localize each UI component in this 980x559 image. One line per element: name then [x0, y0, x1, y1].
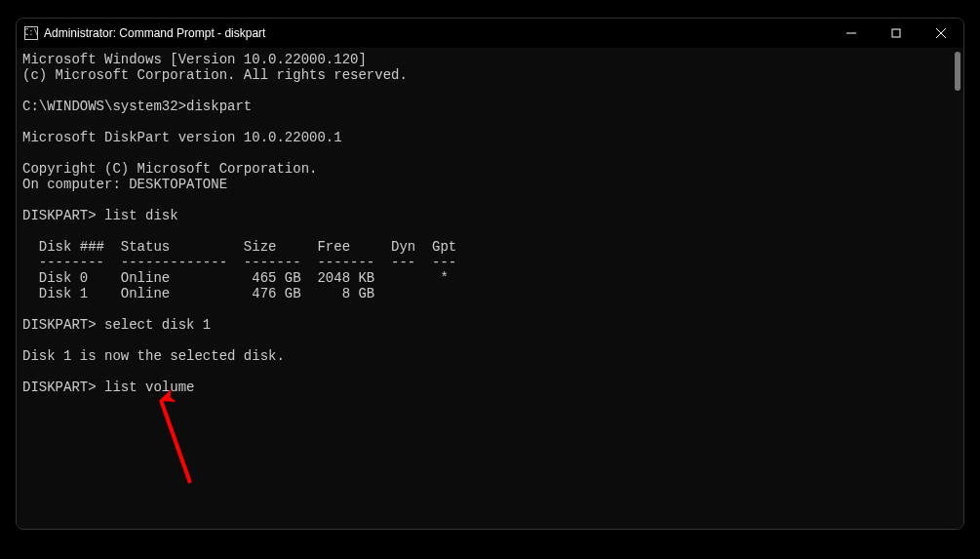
titlebar[interactable]: C:\ Administrator: Command Prompt - disk…: [17, 19, 963, 48]
terminal-body: Microsoft Windows [Version 10.0.22000.12…: [17, 48, 963, 529]
title-left: C:\ Administrator: Command Prompt - disk…: [17, 26, 829, 40]
minimize-button[interactable]: [829, 19, 874, 48]
minimize-icon: [846, 28, 856, 38]
window-title: Administrator: Command Prompt - diskpart: [44, 26, 265, 40]
cmd-icon: C:\: [24, 26, 38, 40]
maximize-icon: [891, 28, 901, 38]
scrollbar[interactable]: [950, 48, 963, 529]
close-icon: [936, 28, 946, 38]
maximize-button[interactable]: [874, 19, 919, 48]
close-button[interactable]: [919, 19, 963, 48]
terminal-output[interactable]: Microsoft Windows [Version 10.0.22000.12…: [17, 48, 950, 529]
scroll-thumb[interactable]: [955, 52, 960, 91]
window-controls: [829, 19, 963, 48]
svg-rect-1: [892, 29, 900, 37]
command-prompt-window: C:\ Administrator: Command Prompt - disk…: [16, 18, 964, 530]
